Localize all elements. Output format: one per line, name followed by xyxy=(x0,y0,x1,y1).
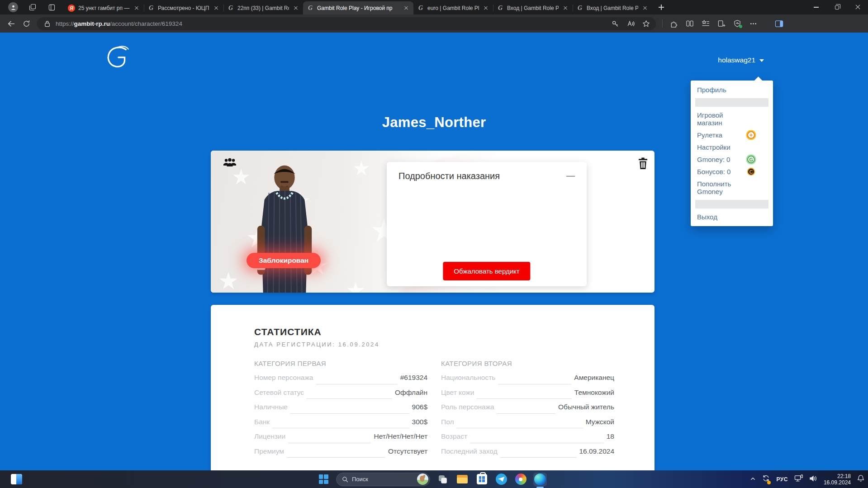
stat-label: Премиум xyxy=(254,447,284,455)
file-explorer-icon[interactable] xyxy=(455,473,469,486)
browser-essentials-icon[interactable] xyxy=(733,19,742,28)
start-button[interactable] xyxy=(317,473,330,486)
tab-close-icon[interactable] xyxy=(562,5,569,12)
language-indicator[interactable]: РУС xyxy=(776,476,787,483)
back-icon[interactable] xyxy=(6,19,15,28)
dropdown-menu-item[interactable]: Выход xyxy=(691,211,773,223)
favorite-star-icon[interactable] xyxy=(641,19,650,28)
search-input[interactable] xyxy=(352,476,406,483)
menu-item-coin-icon xyxy=(747,184,755,192)
stats-column-one: КАТЕГОРИЯ ПЕРВАЯ Номер персонажа #619324… xyxy=(254,360,427,462)
stat-row: Банк 300$ xyxy=(254,418,427,433)
favorites-list-icon[interactable] xyxy=(701,19,710,28)
tab-actions-icon[interactable] xyxy=(28,3,37,12)
browser-profile-avatar[interactable] xyxy=(8,2,18,12)
browser-tab[interactable]: G Рассмотрено - ЮЦП thugginu xyxy=(144,1,223,14)
stat-row: Цвет кожи Темнокожий xyxy=(441,389,614,403)
stat-value: 18 xyxy=(607,432,614,441)
tab-close-icon[interactable] xyxy=(641,5,649,12)
stat-row: Пол Мужской xyxy=(441,418,614,433)
browser-tab[interactable]: Я 25 ункт гамбит рп — Яндекс xyxy=(64,1,144,14)
stat-dotted-line xyxy=(287,457,385,458)
tab-title: 25 ункт гамбит рп — Яндекс xyxy=(78,5,130,11)
delete-character-trash-icon[interactable] xyxy=(637,157,649,171)
window-close-button[interactable] xyxy=(847,0,868,14)
read-aloud-icon[interactable] xyxy=(626,19,635,28)
menu-item-label: Пополнить Gmoney xyxy=(697,180,747,195)
dropdown-menu-item[interactable]: Рулетка + xyxy=(691,129,773,141)
gambit-logo[interactable] xyxy=(103,44,132,71)
split-screen-icon[interactable] xyxy=(685,19,694,28)
window-restore-button[interactable] xyxy=(826,0,847,14)
taskbar-search[interactable] xyxy=(336,473,430,486)
browser-tab[interactable]: G Gambit Role Play - Игровой пр xyxy=(303,1,413,14)
stat-label: Банк xyxy=(254,418,270,426)
stat-row: Последний заход 16.09.2024 xyxy=(441,447,614,462)
dropdown-menu-item[interactable]: Игровой магазин xyxy=(691,109,773,129)
onedrive-sync-icon[interactable] xyxy=(762,474,770,484)
stat-value: Отсутствует xyxy=(388,447,427,455)
task-view-icon[interactable] xyxy=(436,473,450,486)
menu-item-coin-icon xyxy=(747,86,755,94)
browser-window: Я 25 ункт гамбит рп — Яндекс G Рассмотре… xyxy=(0,0,868,488)
stat-row: Национальность Американец xyxy=(441,374,614,389)
appeal-verdict-button[interactable]: Обжаловать вердикт xyxy=(443,262,530,280)
refresh-icon[interactable] xyxy=(22,19,31,28)
tab-close-icon[interactable] xyxy=(482,5,489,12)
dropdown-menu-item[interactable]: Профиль xyxy=(691,84,773,96)
clock-date: 16.09.2024 xyxy=(824,479,851,486)
edge-browser-icon[interactable] xyxy=(533,473,547,486)
vertical-tabs-icon[interactable] xyxy=(47,3,56,12)
tab-close-icon[interactable] xyxy=(213,5,220,12)
stat-value: Мужской xyxy=(586,418,614,426)
dropdown-menu-item[interactable]: Настройки xyxy=(691,141,773,153)
browser-tab[interactable]: G Вход | Gambit Role Play - Фору xyxy=(493,1,573,14)
taskbar-clock[interactable]: 22:18 16.09.2024 xyxy=(824,473,851,486)
dropdown-menu-item[interactable]: Пополнить Gmoney xyxy=(691,178,773,198)
telegram-icon[interactable] xyxy=(494,473,508,486)
blocked-status-badge: Заблокирован xyxy=(247,253,321,268)
character-card: Заблокирован Подробности наказания — О xyxy=(211,151,655,293)
collapse-panel-icon[interactable]: — xyxy=(566,171,575,180)
tab-close-icon[interactable] xyxy=(292,5,299,12)
toolbar-right-icons xyxy=(662,19,783,28)
dropdown-menu-item[interactable]: Gmoney: 0 G xyxy=(691,153,773,166)
user-menu-trigger[interactable]: holaswag21 xyxy=(718,56,764,64)
browser-tab[interactable]: G Вход | Gambit Role Play - Фор xyxy=(573,1,652,14)
username-label: holaswag21 xyxy=(718,56,755,64)
statistics-card: СТАТИСТИКА ДАТА РЕГИСТРАЦИИ: 16.09.2024 … xyxy=(211,305,655,470)
lock-icon[interactable] xyxy=(43,19,52,28)
collections-add-icon[interactable] xyxy=(717,19,726,28)
photos-app-icon[interactable] xyxy=(514,473,527,486)
tab-favicon: G xyxy=(147,5,155,12)
widgets-icon[interactable] xyxy=(11,474,22,484)
browser-tab[interactable]: G euro | Gambit Role Play - Фору xyxy=(413,1,493,14)
address-bar[interactable]: https://gambit-rp.ru/account/character/6… xyxy=(37,17,656,30)
tray-chevron-up-icon[interactable] xyxy=(750,475,756,483)
tab-close-icon[interactable] xyxy=(403,5,410,12)
password-key-icon[interactable] xyxy=(611,19,620,28)
new-tab-button[interactable] xyxy=(655,1,668,14)
settings-more-icon[interactable] xyxy=(749,19,758,28)
stat-label: Лицензии xyxy=(254,432,285,441)
menu-item-coin-icon xyxy=(749,200,757,208)
tab-close-icon[interactable] xyxy=(133,5,140,12)
notifications-bell-icon[interactable] xyxy=(857,474,864,484)
extensions-puzzle-icon[interactable] xyxy=(669,19,678,28)
window-minimize-button[interactable] xyxy=(806,0,826,14)
volume-icon[interactable] xyxy=(809,475,817,484)
dropdown-menu-item[interactable] xyxy=(695,200,768,208)
dropdown-menu-item[interactable]: Бонусов: 0 C xyxy=(691,166,773,178)
user-dropdown-menu: Профиль Игровой магазин Рулетка + Настро… xyxy=(691,81,773,226)
menu-item-coin-icon xyxy=(747,115,755,123)
search-highlight-image[interactable] xyxy=(417,474,428,485)
browser-tab[interactable]: G 22пп (33) | Gambit Role Play - С xyxy=(223,1,303,14)
sidebar-toggle-icon[interactable] xyxy=(774,19,783,28)
network-icon[interactable] xyxy=(794,474,803,484)
characters-list-icon[interactable] xyxy=(223,158,237,170)
stat-label: Национальность xyxy=(441,374,495,382)
stat-value: Нет/Нет/Нет/Нет xyxy=(374,432,427,441)
dropdown-menu-item[interactable] xyxy=(695,98,768,107)
stat-label: Последний заход xyxy=(441,447,498,455)
microsoft-store-icon[interactable] xyxy=(475,473,489,486)
